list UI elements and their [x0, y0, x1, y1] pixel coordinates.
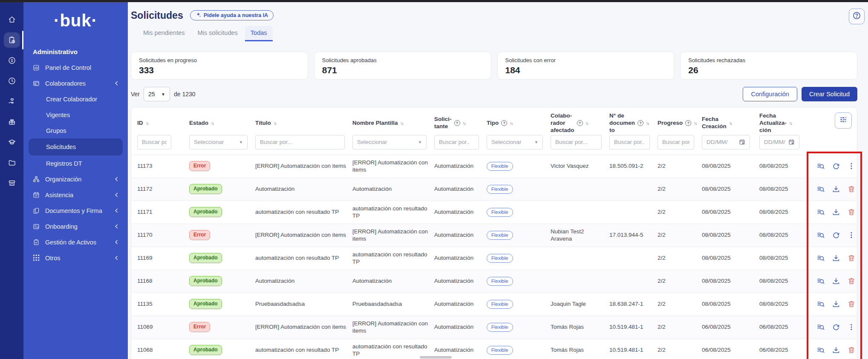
- horizontal-scrollbar-thumb[interactable]: [420, 356, 452, 359]
- delete-icon[interactable]: [847, 208, 856, 216]
- download-icon[interactable]: [832, 346, 840, 354]
- search-detail-icon[interactable]: [816, 300, 825, 308]
- chevron-left-icon[interactable]: [114, 255, 119, 261]
- tipo-badge: Flexible: [487, 323, 513, 332]
- download-icon[interactable]: [832, 208, 840, 216]
- sidebar-item-grupos[interactable]: Grupos: [23, 123, 128, 138]
- search-detail-icon[interactable]: [816, 162, 825, 170]
- filter-input[interactable]: [657, 135, 694, 149]
- sidebar-item-documentos-y-firma[interactable]: Documentos y Firma: [23, 203, 128, 218]
- download-icon[interactable]: [832, 185, 840, 193]
- row-actions: [809, 300, 857, 308]
- search-detail-icon[interactable]: [816, 185, 825, 193]
- download-icon[interactable]: [832, 277, 840, 285]
- retry-icon[interactable]: [832, 162, 840, 170]
- chevron-left-icon[interactable]: [114, 80, 119, 86]
- sidebar-item-label: Crear Colaborador: [46, 96, 97, 103]
- cell-solicitante: Automatización: [434, 162, 487, 170]
- help-button[interactable]: [849, 9, 865, 24]
- sort-icon[interactable]: ↑↓: [694, 121, 696, 126]
- delete-icon[interactable]: [847, 185, 856, 193]
- search-detail-icon[interactable]: [816, 346, 825, 354]
- retry-icon[interactable]: [832, 231, 840, 239]
- sidebar-item-registros-dt[interactable]: Registros DT: [23, 155, 128, 171]
- delete-icon[interactable]: [847, 254, 856, 262]
- coin-icon[interactable]: $: [4, 53, 20, 68]
- hand-heart-icon[interactable]: [4, 94, 20, 109]
- sort-icon[interactable]: ↑↓: [401, 121, 403, 126]
- tab-mis-solicitudes[interactable]: Mis solicitudes: [192, 26, 243, 41]
- sort-icon[interactable]: ↑↓: [585, 121, 588, 126]
- filter-select[interactable]: Seleccionar▼: [487, 135, 543, 149]
- chevron-left-icon[interactable]: [114, 239, 119, 245]
- ai-help-badge[interactable]: Pídele ayuda a nuestra IA: [190, 10, 274, 20]
- download-icon[interactable]: [832, 254, 840, 262]
- graduation-cap-icon[interactable]: [4, 135, 20, 150]
- filter-date[interactable]: DD/MM/: [759, 135, 799, 149]
- filter-input[interactable]: [551, 135, 602, 149]
- retry-icon[interactable]: [832, 323, 840, 331]
- help-icon[interactable]: ?: [685, 120, 691, 126]
- search-detail-icon[interactable]: [816, 208, 825, 216]
- download-icon[interactable]: [832, 300, 840, 308]
- gift-icon[interactable]: [4, 114, 20, 129]
- sort-icon[interactable]: ↑↓: [274, 121, 276, 126]
- chevron-left-icon[interactable]: [114, 224, 119, 229]
- help-icon[interactable]: ?: [454, 120, 460, 126]
- sort-icon[interactable]: ↑↓: [211, 121, 213, 126]
- clipboard-clock-icon[interactable]: [4, 32, 20, 48]
- configuracion-button[interactable]: Configuración: [743, 87, 797, 101]
- filter-select[interactable]: Seleccionar▼: [189, 135, 248, 149]
- sidebar-item-asistencia[interactable]: Asistencia: [23, 187, 128, 203]
- column-settings-button[interactable]: [835, 112, 852, 129]
- status-badge: Error: [189, 161, 210, 171]
- filter-input[interactable]: [137, 135, 171, 149]
- clock-icon[interactable]: [4, 73, 20, 89]
- help-icon[interactable]: ?: [577, 120, 583, 126]
- sort-icon[interactable]: ↑↓: [646, 121, 649, 126]
- sidebar-item-organizaci-n[interactable]: Organización: [23, 171, 128, 187]
- search-detail-icon[interactable]: [816, 231, 825, 239]
- crear-solicitud-button[interactable]: Crear Solicitud: [802, 87, 857, 101]
- sidebar-item-gesti-n-de-activos[interactable]: Gestión de Activos: [23, 234, 128, 250]
- more-icon[interactable]: [847, 231, 856, 239]
- sort-icon[interactable]: ↑↓: [789, 121, 792, 126]
- sidebar-item-solicitudes[interactable]: Solicitudes: [29, 138, 123, 155]
- chevron-left-icon[interactable]: [114, 208, 119, 213]
- sidebar-item-otros[interactable]: Otros: [23, 250, 128, 266]
- more-icon[interactable]: [847, 162, 856, 170]
- help-icon[interactable]: ?: [501, 120, 507, 126]
- chevron-left-icon[interactable]: [114, 192, 119, 198]
- cell-plantilla: Automatización: [352, 277, 434, 285]
- tab-todas[interactable]: Todas: [245, 26, 273, 41]
- help-icon[interactable]: ?: [637, 120, 643, 126]
- tab-mis-pendientes[interactable]: Mis pendientes: [138, 26, 190, 41]
- filter-input[interactable]: [434, 135, 479, 149]
- filter-input[interactable]: [255, 135, 345, 149]
- sort-icon[interactable]: ↑↓: [510, 121, 512, 126]
- search-detail-icon[interactable]: [816, 254, 825, 262]
- sort-icon[interactable]: ↑↓: [463, 121, 465, 126]
- sidebar-item-panel-de-control[interactable]: Panel de Control: [23, 60, 128, 75]
- chevron-left-icon[interactable]: [114, 176, 119, 182]
- delete-icon[interactable]: [847, 346, 856, 354]
- more-icon[interactable]: [847, 323, 856, 331]
- folder-icon[interactable]: [4, 155, 20, 170]
- sidebar-item-crear-colaborador[interactable]: Crear Colaborador: [23, 91, 128, 107]
- pagesize-select[interactable]: 25 ▼: [144, 87, 170, 101]
- delete-icon[interactable]: [847, 300, 856, 308]
- delete-icon[interactable]: [847, 277, 856, 285]
- filter-date[interactable]: DD/MM/: [702, 135, 750, 149]
- table-header-row: ID↑↓Estado↑↓Título↑↓Nombre Plantilla↑↓So…: [131, 107, 857, 134]
- search-detail-icon[interactable]: [816, 323, 825, 331]
- archive-icon[interactable]: [4, 175, 20, 191]
- sort-icon[interactable]: ↑↓: [729, 121, 732, 126]
- home-icon[interactable]: [4, 12, 20, 27]
- sidebar-item-colaboradores[interactable]: Colaboradores: [23, 75, 128, 91]
- filter-input[interactable]: [609, 135, 650, 149]
- sort-icon[interactable]: ↑↓: [146, 121, 148, 126]
- search-detail-icon[interactable]: [816, 277, 825, 285]
- filter-select[interactable]: Seleccionar▼: [352, 135, 427, 149]
- sidebar-item-onboarding[interactable]: Onboarding: [23, 218, 128, 234]
- sidebar-item-vigentes[interactable]: Vigentes: [23, 107, 128, 123]
